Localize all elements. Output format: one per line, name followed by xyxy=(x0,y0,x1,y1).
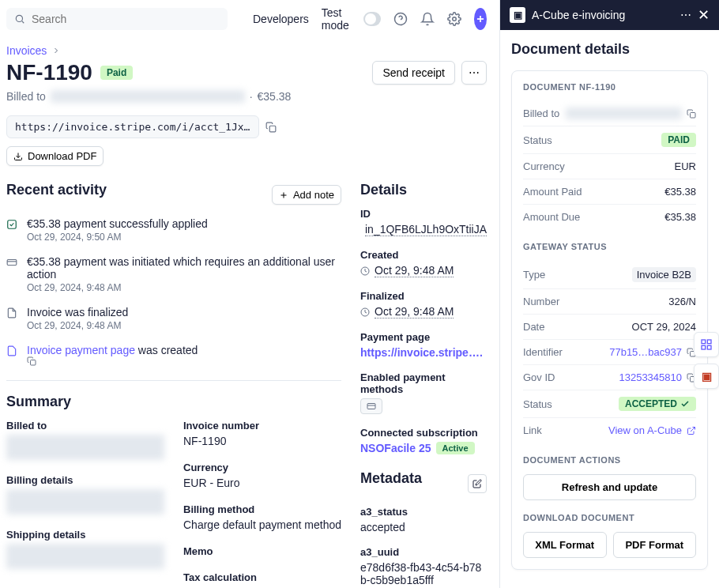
search-input[interactable] xyxy=(32,13,220,25)
refresh-update-button[interactable]: Refresh and update xyxy=(523,474,696,500)
acube-panel: ▣ A-Cube e-invoicing ⋯ ✕ Document detail… xyxy=(499,0,719,588)
pdf-format-button[interactable]: PDF Format xyxy=(613,532,697,558)
billed-to-label: Billed to xyxy=(6,90,46,103)
svg-rect-11 xyxy=(8,220,17,229)
activity-title: Invoice payment page was created xyxy=(27,344,198,366)
search-box[interactable] xyxy=(6,8,228,30)
copy-icon[interactable] xyxy=(687,109,696,119)
metadata-a3-status-value: accepted xyxy=(360,521,487,533)
details-payment-page-link[interactable]: https://invoice.stripe…. xyxy=(360,346,483,359)
activity-title: €35.38 payment successfully applied xyxy=(27,217,208,230)
settings-icon[interactable] xyxy=(447,8,461,30)
summary-tax-label: Tax calculation xyxy=(183,571,341,583)
panel-gateway-status-badge: ACCEPTED xyxy=(619,397,696,411)
edit-metadata-button[interactable] xyxy=(468,474,487,493)
details-finalized-value: Oct 29, 9:48 AM xyxy=(375,305,454,318)
clock-icon xyxy=(360,307,370,317)
activity-item: €35.38 payment was initiated which requi… xyxy=(6,255,341,293)
svg-rect-7 xyxy=(269,126,276,132)
search-icon xyxy=(14,13,25,24)
details-payment-page-label: Payment page xyxy=(360,331,487,343)
details-enabled-methods-label: Enabled payment methods xyxy=(360,371,487,395)
metadata-a3-status-label: a3_status xyxy=(360,506,487,518)
metadata-a3-uuid-value: e78d6f38-fb43-4c54-b78b-c5b9eb1a5fff xyxy=(360,561,487,586)
panel-close-icon[interactable]: ✕ xyxy=(698,6,710,24)
breadcrumb: Invoices xyxy=(6,44,487,57)
panel-more-icon[interactable]: ⋯ xyxy=(680,9,691,21)
panel-download-title: DOWNLOAD DOCUMENT xyxy=(523,513,696,522)
invoice-url[interactable]: https://invoice.stripe.com/i/acct_1JxAdd… xyxy=(6,115,259,138)
chevron-right-icon xyxy=(51,46,61,55)
copy-icon[interactable] xyxy=(27,356,198,366)
svg-line-1 xyxy=(22,21,24,24)
activity-item: Invoice was finalized Oct 29, 2024, 9:48… xyxy=(6,306,341,331)
xml-format-button[interactable]: XML Format xyxy=(523,532,607,558)
test-mode-label: Test mode xyxy=(322,6,357,32)
activity-time: Oct 29, 2024, 9:50 AM xyxy=(27,232,208,243)
panel-actions-title: DOCUMENT ACTIONS xyxy=(523,455,696,465)
rail-acube-icon[interactable]: ▣ xyxy=(694,364,719,389)
svg-point-4 xyxy=(453,17,457,21)
svg-rect-26 xyxy=(707,340,711,344)
details-created-label: Created xyxy=(360,249,487,261)
summary-billing-details-label: Billing details xyxy=(6,474,164,486)
topbar: Developers Test mode xyxy=(6,6,487,32)
panel-heading: Document details xyxy=(511,41,708,58)
acube-logo: ▣ xyxy=(510,7,525,23)
breadcrumb-invoices[interactable]: Invoices xyxy=(6,44,47,57)
download-pdf-button[interactable]: Download PDF xyxy=(6,146,104,166)
document-icon xyxy=(6,307,19,331)
panel-view-on-acube-link[interactable]: View on A-Cube xyxy=(608,424,696,436)
summary-invoice-number-value: NF-1190 xyxy=(183,435,341,447)
test-mode-toggle[interactable] xyxy=(363,12,381,26)
summary-shipping-details-label: Shipping details xyxy=(6,529,164,541)
activity-time: Oct 29, 2024, 9:48 AM xyxy=(27,282,341,293)
panel-identifier-link[interactable]: 77b15…bac937 xyxy=(609,346,696,358)
metadata-heading: Metadata xyxy=(360,470,422,487)
details-id-value[interactable]: in_1QFB6LJLh9OxTtiiJA xyxy=(365,223,487,236)
help-icon[interactable] xyxy=(393,8,408,30)
payment-page-link[interactable]: Invoice payment page xyxy=(27,344,135,356)
svg-line-24 xyxy=(691,427,695,432)
page-title: NF-1190 xyxy=(6,60,92,85)
svg-rect-27 xyxy=(702,345,706,349)
link-icon xyxy=(6,345,19,368)
svg-rect-25 xyxy=(702,340,706,344)
developers-link[interactable]: Developers xyxy=(253,13,309,25)
activity-item: Invoice payment page was created xyxy=(6,344,341,368)
plus-icon xyxy=(279,190,288,200)
add-note-button[interactable]: Add note xyxy=(272,185,341,205)
panel-govid-link[interactable]: 13253345810 xyxy=(619,371,696,383)
svg-rect-12 xyxy=(7,260,17,266)
activity-item: €35.38 payment successfully applied Oct … xyxy=(6,217,341,243)
card-icon xyxy=(360,398,382,414)
download-icon xyxy=(13,152,23,161)
activity-time: Oct 29, 2024, 9:48 AM xyxy=(27,320,128,331)
status-badge: Paid xyxy=(100,66,133,80)
notifications-icon[interactable] xyxy=(420,8,435,30)
details-created-value: Oct 29, 9:48 AM xyxy=(375,264,454,277)
summary-heading: Summary xyxy=(6,394,341,410)
recent-activity-heading: Recent activity xyxy=(6,182,107,198)
details-subscription-link[interactable]: NSOFacile 25 xyxy=(360,442,431,454)
payment-icon xyxy=(6,257,19,293)
test-mode-toggle-group: Test mode xyxy=(322,6,381,32)
details-heading: Details xyxy=(360,182,487,198)
summary-currency-label: Currency xyxy=(183,462,341,473)
copy-url-icon[interactable] xyxy=(265,122,277,133)
send-receipt-button[interactable]: Send receipt xyxy=(372,61,455,85)
panel-gateway-title: GATEWAY STATUS xyxy=(523,242,696,251)
summary-memo-label: Memo xyxy=(183,545,341,557)
details-finalized-label: Finalized xyxy=(360,290,487,302)
billed-to-value: ████████ ████████ ████████ xyxy=(51,90,245,103)
create-button[interactable] xyxy=(474,8,487,30)
metadata-a3-uuid-label: a3_uuid xyxy=(360,546,487,558)
activity-title: Invoice was finalized xyxy=(27,306,128,318)
svg-point-0 xyxy=(16,15,22,21)
rail-qr-icon[interactable] xyxy=(694,332,719,357)
subscription-status-badge: Active xyxy=(436,442,475,454)
details-subscription-label: Connected subscription xyxy=(360,427,487,439)
details-id-label: ID xyxy=(360,208,487,220)
more-actions-button[interactable]: ⋯ xyxy=(461,61,487,85)
svg-rect-28 xyxy=(707,345,711,349)
